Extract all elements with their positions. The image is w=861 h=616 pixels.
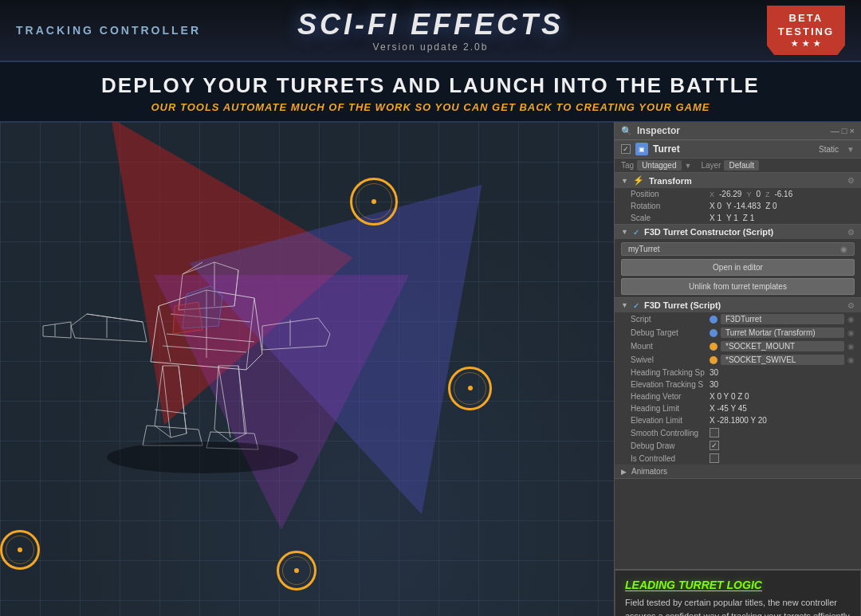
object-active-checkbox[interactable]: ✓ — [621, 144, 631, 154]
heading-sp-value[interactable]: 30 — [710, 368, 718, 377]
turret-constructor-section: ▼ ✓ F3D Turret Constructor (Script) ⚙ my… — [615, 225, 861, 298]
is-controlled-row: Is Controlled — [615, 452, 861, 465]
inspector-body[interactable]: ▼ ⚡ Transform ⚙ Position X -26.29 Y 0 Z — [615, 173, 861, 569]
inspector-close-button[interactable]: — □ × — [831, 126, 855, 135]
animators-arrow-icon: ▶ — [621, 468, 627, 476]
f3d-settings-icon[interactable]: ⚙ — [847, 301, 855, 310]
swivel-icon — [710, 356, 718, 364]
constructor-settings-icon[interactable]: ⚙ — [847, 228, 855, 237]
transform-arrow-icon: ▼ — [621, 177, 628, 185]
elevation-limit-row: Elevation Limit X -28.1800 Y 20 — [615, 414, 861, 426]
svg-marker-8 — [71, 314, 147, 342]
scale-x[interactable]: X 1 — [710, 214, 721, 222]
open-in-editor-button[interactable]: Open in editor — [621, 259, 855, 276]
svg-line-26 — [163, 346, 246, 352]
script-value[interactable]: F3DTurret — [721, 314, 844, 324]
debug-draw-checkbox[interactable]: ✓ — [710, 441, 719, 450]
my-turret-field[interactable]: myTurret ◉ — [621, 242, 855, 256]
transform-section: ▼ ⚡ Transform ⚙ Position X -26.29 Y 0 Z — [615, 173, 861, 225]
debug-target-icon — [710, 329, 718, 337]
elevation-sp-value[interactable]: 30 — [710, 380, 718, 389]
swivel-value[interactable]: *SOCKET_SWIVEL — [721, 355, 844, 365]
pos-y-value[interactable]: 0 — [756, 190, 761, 198]
svg-marker-28 — [173, 302, 202, 334]
mount-circle-icon[interactable]: ◉ — [847, 342, 855, 351]
constructor-arrow-icon: ▼ — [621, 228, 628, 236]
main-content: 🔍 Inspector — □ × ✓ ▣ Turret Static ▼ Ta… — [0, 122, 861, 616]
tag-value[interactable]: Untagged — [637, 160, 681, 171]
debug-draw-row: Debug Draw ✓ — [615, 439, 861, 452]
header: TRACKING CONTROLLER SCI-FI EFFECTS Versi… — [0, 0, 861, 62]
inspector-header: 🔍 Inspector — □ × — [615, 122, 861, 140]
swivel-label: Swivel — [631, 355, 706, 364]
heading-vector-value[interactable]: X 0 Y 0 Z 0 — [710, 392, 749, 401]
track-circle-2 — [448, 367, 492, 410]
mount-label: Mount — [631, 342, 706, 351]
hero-subtitle: OUR TOOLS AUTOMATE MUCH OF THE WORK SO Y… — [16, 101, 845, 113]
title-center: SCI-FI EFFECTS Version update 2.0b — [297, 8, 564, 53]
layer-value[interactable]: Default — [724, 160, 759, 171]
script-row: Script F3DTurret ◉ — [615, 312, 861, 326]
transform-gear-icon[interactable]: ⚙ — [847, 176, 855, 185]
constructor-title: F3D Turret Constructor (Script) — [644, 227, 773, 237]
elevation-limit-value[interactable]: X -28.1800 Y 20 — [710, 416, 767, 425]
debug-target-circle-icon[interactable]: ◉ — [847, 328, 855, 337]
svg-marker-11 — [43, 322, 71, 338]
robot-model — [31, 210, 398, 529]
smooth-label: Smooth Controlling — [631, 429, 706, 437]
rot-y[interactable]: Y -14.483 — [726, 202, 761, 210]
pos-x-label: X — [710, 190, 714, 198]
tracking-label: TRACKING CONTROLLER — [16, 24, 201, 37]
position-label: Position — [631, 190, 706, 198]
animators-label: Animators — [631, 467, 667, 476]
elevation-sp-row: Elevation Tracking S 30 — [615, 379, 861, 390]
unlink-from-templates-button[interactable]: Unlink from turret templates — [621, 278, 855, 295]
f3d-turret-header[interactable]: ▼ ✓ F3D Turret (Script) ⚙ — [615, 298, 861, 312]
mount-icon — [710, 343, 718, 351]
beta-line2: TESTING — [778, 26, 834, 39]
heading-vector-row: Heading Vetor X 0 Y 0 Z 0 — [615, 390, 861, 402]
position-row: Position X -26.29 Y 0 Z -6.16 — [615, 188, 861, 200]
app-version: Version update 2.0b — [297, 41, 564, 53]
heading-sp-label: Heading Tracking Sp — [631, 368, 706, 377]
heading-limit-label: Heading Limit — [631, 404, 706, 413]
scale-y[interactable]: Y 1 — [726, 214, 738, 222]
svg-line-20 — [218, 366, 230, 437]
swivel-circle-icon[interactable]: ◉ — [847, 355, 855, 364]
rot-x[interactable]: X 0 — [710, 202, 721, 210]
heading-limit-value[interactable]: X -45 Y 45 — [710, 404, 747, 413]
svg-line-5 — [183, 262, 202, 274]
viewport[interactable] — [0, 122, 614, 616]
tag-dropdown[interactable]: ▼ — [685, 162, 692, 170]
heading-limit-row: Heading Limit X -45 Y 45 — [615, 402, 861, 414]
debug-target-value[interactable]: Turret Mortar (Transform) — [721, 328, 844, 338]
svg-line-3 — [246, 298, 254, 370]
is-controlled-checkbox[interactable] — [710, 453, 719, 463]
scale-z[interactable]: Z 1 — [743, 214, 754, 222]
animators-row[interactable]: ▶ Animators — [615, 465, 861, 478]
smooth-row: Smooth Controlling — [615, 426, 861, 439]
pos-z-value[interactable]: -6.16 — [774, 190, 792, 198]
svg-line-9 — [87, 314, 143, 322]
script-circle-icon[interactable]: ◉ — [847, 315, 855, 324]
inspector-title: Inspector — [637, 125, 680, 136]
static-dropdown[interactable]: ▼ — [847, 145, 855, 154]
pos-x-value[interactable]: -26.29 — [719, 190, 741, 198]
transform-section-header[interactable]: ▼ ⚡ Transform ⚙ — [615, 173, 861, 188]
app-title: SCI-FI EFFECTS — [297, 8, 564, 41]
svg-marker-13 — [262, 318, 330, 350]
smooth-checkbox[interactable] — [710, 428, 719, 437]
scale-values: X 1 Y 1 Z 1 — [710, 214, 754, 222]
constructor-check-icon[interactable]: ✓ — [633, 228, 639, 237]
is-controlled-label: Is Controlled — [631, 454, 706, 463]
field-circle-icon[interactable]: ◉ — [840, 245, 847, 253]
f3d-check-icon[interactable]: ✓ — [633, 301, 639, 310]
rot-z[interactable]: Z 0 — [765, 202, 776, 210]
constructor-section-icons: ⚙ — [847, 228, 855, 237]
svg-line-7 — [234, 270, 238, 306]
mount-value[interactable]: *SOCKET_MOUNT — [721, 341, 844, 351]
inspector-icon: 🔍 — [621, 126, 632, 136]
hero-title: DEPLOY YOUR TURRETS AND LAUNCH INTO THE … — [16, 73, 845, 98]
object-name[interactable]: Turret — [653, 143, 680, 155]
turret-constructor-header[interactable]: ▼ ✓ F3D Turret Constructor (Script) ⚙ — [615, 225, 861, 239]
